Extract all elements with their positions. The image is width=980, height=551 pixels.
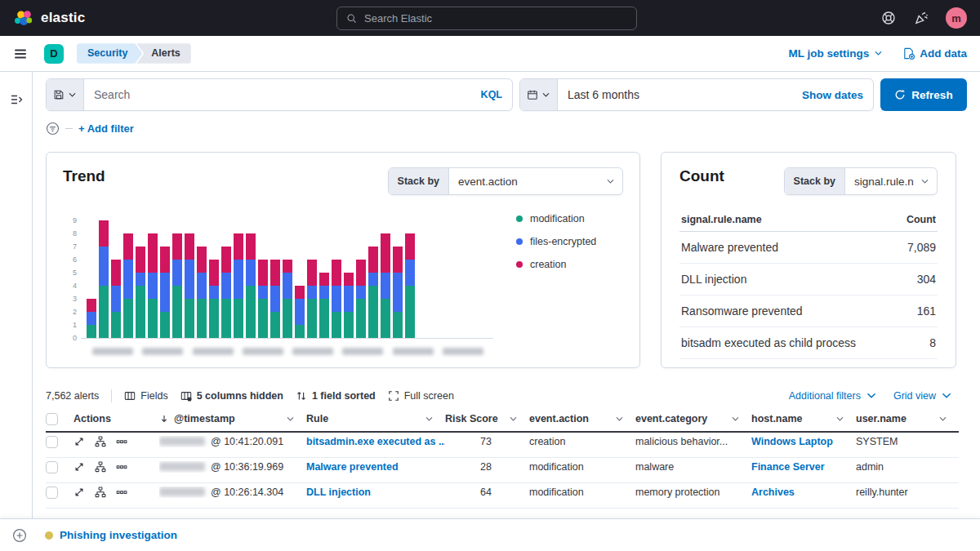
refresh-button[interactable]: Refresh xyxy=(880,78,967,111)
expand-alert-icon[interactable] xyxy=(74,487,85,498)
column-header-risk-score[interactable]: Risk Score xyxy=(445,413,529,424)
host-link[interactable]: Finance Server xyxy=(751,461,825,473)
bar-segment-modification xyxy=(319,299,329,338)
stacked-bar[interactable] xyxy=(270,260,280,338)
count-table-row[interactable]: DLL injection304 xyxy=(679,264,938,295)
stack-by-label: Stack by xyxy=(389,168,449,194)
add-timeline-button[interactable] xyxy=(12,528,27,543)
column-header-host-name[interactable]: host.name xyxy=(751,413,856,424)
stacked-bar[interactable] xyxy=(136,247,145,338)
fields-button[interactable]: Fields xyxy=(124,390,167,402)
stacked-bar[interactable] xyxy=(246,233,256,338)
legend-item[interactable]: creation xyxy=(516,259,623,270)
alert-row[interactable]: @ 10:41:20.091bitsadmin.exe executed as … xyxy=(46,433,959,458)
stacked-bar[interactable] xyxy=(221,247,231,338)
stacked-bar[interactable] xyxy=(295,286,305,338)
legend-label: modification xyxy=(530,213,585,224)
more-actions-icon[interactable] xyxy=(116,436,127,447)
kql-language-button[interactable]: KQL xyxy=(481,79,512,110)
count-table-row[interactable]: Malware prevented7,089 xyxy=(679,232,938,264)
stacked-bar[interactable] xyxy=(258,260,268,338)
field-sorted-button[interactable]: 1 field sorted xyxy=(296,390,376,402)
stacked-bar[interactable] xyxy=(283,260,292,338)
fields-icon xyxy=(124,390,136,402)
stacked-bar[interactable] xyxy=(319,273,329,338)
legend-item[interactable]: modification xyxy=(516,213,623,224)
row-checkbox[interactable] xyxy=(46,436,58,448)
breadcrumb-security[interactable]: Security xyxy=(77,43,142,64)
menu-button[interactable] xyxy=(13,47,28,61)
stacked-bar[interactable] xyxy=(381,233,390,338)
full-screen-button[interactable]: Full screen xyxy=(388,390,454,402)
columns-hidden-button[interactable]: 5 columns hidden xyxy=(180,390,283,402)
row-checkbox[interactable] xyxy=(46,461,58,473)
analyze-event-icon[interactable] xyxy=(95,436,106,447)
analyze-event-icon[interactable] xyxy=(95,461,106,473)
stacked-bar[interactable] xyxy=(332,260,341,338)
saved-query-button[interactable] xyxy=(47,79,84,110)
stacked-bar[interactable] xyxy=(356,260,366,338)
column-header--timestamp[interactable]: @timestamp xyxy=(159,413,306,424)
date-range-value[interactable]: Last 6 months xyxy=(558,79,802,110)
add-data-button[interactable]: Add data xyxy=(902,47,967,60)
stacked-bar[interactable] xyxy=(148,233,158,338)
stacked-bar[interactable] xyxy=(172,233,182,338)
host-link[interactable]: Archives xyxy=(751,487,795,498)
stacked-bar[interactable] xyxy=(405,233,415,338)
rule-link[interactable]: Malware prevented xyxy=(306,461,399,473)
legend-item[interactable]: files-encrypted xyxy=(516,236,623,247)
x-axis-label-redacted xyxy=(292,348,333,355)
column-header-event-action[interactable]: event.action xyxy=(529,413,635,424)
x-axis xyxy=(81,339,493,355)
stacked-bar[interactable] xyxy=(393,247,403,338)
show-dates-button[interactable]: Show dates xyxy=(802,79,873,110)
stacked-bar[interactable] xyxy=(234,233,243,338)
select-all-checkbox[interactable] xyxy=(46,413,58,425)
stacked-bar[interactable] xyxy=(123,233,133,338)
date-quick-select-button[interactable] xyxy=(520,79,558,110)
stacked-bar[interactable] xyxy=(99,220,109,338)
grid-view-button[interactable]: Grid view xyxy=(893,390,952,402)
ml-job-settings-button[interactable]: ML job settings xyxy=(788,47,883,60)
stacked-bar[interactable] xyxy=(344,273,354,338)
expand-alert-icon[interactable] xyxy=(74,461,85,473)
add-filter-button[interactable]: + Add filter xyxy=(78,122,134,135)
stacked-bar[interactable] xyxy=(160,247,170,338)
help-button[interactable] xyxy=(880,10,897,26)
stacked-bar[interactable] xyxy=(209,260,219,338)
alert-row[interactable]: @ 10:36:19.969Malware prevented28modific… xyxy=(46,458,959,483)
trend-stack-by-select[interactable]: event.action xyxy=(449,168,622,194)
stacked-bar[interactable] xyxy=(185,233,194,338)
expand-alert-icon[interactable] xyxy=(74,436,85,447)
stacked-bar[interactable] xyxy=(197,247,207,338)
host-link[interactable]: Windows Laptop xyxy=(751,436,833,447)
filter-menu-icon[interactable] xyxy=(46,122,60,136)
global-search-input[interactable]: Search Elastic xyxy=(336,7,637,30)
rule-link[interactable]: bitsadmin.exe executed as ... xyxy=(306,436,445,447)
more-actions-icon[interactable] xyxy=(116,461,127,473)
count-stack-by-select[interactable]: signal.rule.name xyxy=(845,168,937,194)
newsfeed-button[interactable] xyxy=(913,10,929,26)
stacked-bar[interactable] xyxy=(87,299,96,338)
stacked-bar[interactable] xyxy=(307,260,317,338)
stacked-bar[interactable] xyxy=(368,247,378,338)
space-avatar[interactable]: D xyxy=(44,44,64,64)
filter-bar: + Add filter xyxy=(46,121,969,136)
user-avatar[interactable]: m xyxy=(946,7,967,29)
column-header-event-category[interactable]: event.category xyxy=(635,413,751,424)
count-table-row[interactable]: Ransomware prevented161 xyxy=(679,295,938,327)
timeline-flyout-button[interactable]: Phishing investigation xyxy=(45,529,177,541)
row-checkbox[interactable] xyxy=(46,487,58,499)
expand-sidebar-button[interactable] xyxy=(10,93,23,106)
count-table-row[interactable]: bitsadm executed as child process8 xyxy=(679,327,938,359)
kql-search-input[interactable]: Search xyxy=(84,79,481,110)
additional-filters-button[interactable]: Additional filters xyxy=(789,390,877,402)
column-header-rule[interactable]: Rule xyxy=(306,413,445,424)
rule-link[interactable]: DLL injection xyxy=(306,487,371,498)
more-actions-icon[interactable] xyxy=(116,487,127,498)
alert-row[interactable]: @ 10:26:14.304DLL injection64modificatio… xyxy=(46,483,959,509)
stacked-bar[interactable] xyxy=(111,260,121,338)
analyze-event-icon[interactable] xyxy=(95,487,106,498)
elastic-brand[interactable]: elastic xyxy=(13,8,85,29)
column-header-user-name[interactable]: user.name xyxy=(856,413,959,424)
